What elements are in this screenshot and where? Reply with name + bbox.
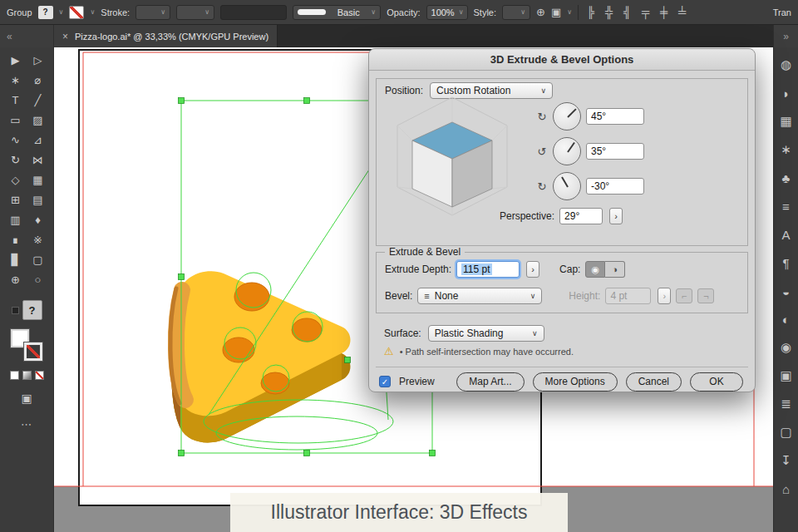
chevron-down-icon: ∨ [204, 8, 209, 16]
left-dock-collapse[interactable]: « [0, 25, 54, 47]
globe-icon[interactable]: ⊕ [536, 6, 545, 18]
opacity-label[interactable]: Opacity: [387, 7, 420, 17]
document-setup-icon[interactable]: ▣ [551, 6, 561, 18]
lasso-tool[interactable]: ⌀ [27, 70, 49, 90]
color-guide-panel-icon[interactable]: ◗ [774, 79, 798, 107]
draw-modes-icon[interactable]: ▣ [21, 392, 32, 405]
libraries-panel-icon[interactable]: ⌂ [774, 475, 798, 503]
z-rotation-field[interactable]: -30° [586, 178, 644, 195]
transparency-pan el-icon[interactable]: ◐ [774, 305, 798, 333]
character-panel-icon[interactable]: A [774, 220, 798, 249]
ok-button[interactable]: OK [690, 372, 743, 392]
chevron-down-icon[interactable]: ∨ [59, 8, 64, 16]
shaper-tool[interactable]: ⊿ [27, 130, 49, 150]
align-right-icon[interactable]: ╣ [621, 6, 633, 18]
help-tool-tile[interactable]: ? [22, 300, 42, 320]
magic-wand-tool[interactable]: ∗ [4, 70, 27, 90]
layers-panel-icon[interactable]: ≣ [774, 390, 798, 418]
preview-checkbox[interactable]: ✓ [379, 376, 391, 387]
stroke-weight-dropdown[interactable]: ∨ [135, 5, 170, 20]
paragraph-panel-icon[interactable]: ¶ [774, 249, 798, 277]
gradient-panel-icon[interactable]: ◒ [774, 277, 798, 305]
bevel-label: Bevel: [385, 290, 412, 302]
align-bottom-icon[interactable]: ╧ [676, 6, 688, 18]
color-panel-icon[interactable]: ◍ [774, 51, 798, 79]
align-top-icon[interactable]: ╤ [639, 6, 652, 18]
align-v-center-icon[interactable]: ╪ [658, 6, 670, 18]
rectangle-tool[interactable]: ▭ [4, 110, 27, 130]
preview-label: Preview [399, 376, 435, 387]
artboard-tool[interactable]: ▢ [27, 249, 49, 269]
right-dock-collapse[interactable]: » [773, 25, 798, 47]
document-tab[interactable]: × Pizza-logo.ai* @ 33,33% (CMYK/GPU Prev… [54, 25, 278, 47]
map-art-button[interactable]: Map Art... [456, 372, 524, 392]
perspective-grid-tool[interactable]: ⊞ [4, 190, 27, 209]
x-rotation-field[interactable]: 45° [586, 108, 644, 125]
chevron-down-icon[interactable]: ∨ [567, 8, 572, 16]
align-h-center-icon[interactable]: ╬ [603, 6, 615, 18]
stroke-none-swatch[interactable] [24, 342, 42, 361]
cancel-button[interactable]: Cancel [626, 372, 682, 392]
perspective-stepper[interactable]: › [609, 208, 623, 224]
brushes-panel-icon[interactable]: ∗ [774, 135, 798, 164]
chevron-down-icon: ∨ [540, 86, 546, 95]
stroke-label[interactable]: Stroke: [101, 7, 130, 17]
fill-color-proxy[interactable]: ? [38, 6, 53, 19]
asset-export-panel-icon[interactable]: ↧ [774, 446, 798, 475]
zoom-tool[interactable]: ○ [27, 269, 49, 289]
chevron-down-icon[interactable]: ∨ [90, 8, 95, 16]
close-icon[interactable]: × [62, 31, 68, 42]
stroke-panel-icon[interactable]: ≡ [774, 192, 798, 220]
eyedropper-tool[interactable]: ♦ [27, 209, 49, 229]
x-rotation-dial[interactable] [553, 102, 581, 131]
transform-panel-label[interactable]: Tran [773, 7, 791, 17]
surface-dropdown[interactable]: Plastic Shading ∨ [428, 325, 544, 342]
perspective-field[interactable]: 29° [559, 208, 603, 224]
control-bar: Group ? ∨ ∨ Stroke: ∨ ∨ Basic ∨ Opacity:… [0, 0, 798, 25]
none-swatch-icon[interactable] [35, 371, 44, 380]
height-label: Height: [569, 290, 600, 302]
appearance-panel-icon[interactable]: ◉ [774, 333, 798, 362]
symbol-sprayer-tool[interactable]: ※ [27, 229, 49, 249]
gradient-tool[interactable]: ▥ [4, 209, 27, 229]
stroke-profile-dropdown[interactable]: ∨ [176, 5, 214, 20]
extrude-depth-stepper[interactable]: › [526, 261, 539, 278]
y-rotation-field[interactable]: 35° [586, 143, 644, 160]
free-transform-tool[interactable]: ▦ [27, 170, 49, 190]
mesh-tool[interactable]: ▤ [27, 190, 49, 209]
cap-on-button[interactable]: ◉ [585, 261, 605, 278]
line-segment-tool[interactable]: ╱ [27, 90, 49, 110]
graphic-styles-panel-icon[interactable]: ▣ [774, 362, 798, 390]
stroke-color-proxy[interactable] [69, 6, 84, 19]
color-swatch-icon[interactable] [10, 371, 19, 380]
style-dropdown[interactable]: ∨ [502, 5, 530, 20]
opacity-dropdown[interactable]: 100% ∨ [426, 5, 468, 20]
blend-tool[interactable]: ∎ [4, 229, 27, 249]
scale-tool[interactable]: ⋈ [27, 150, 49, 170]
style-label: Style: [474, 7, 497, 17]
rotate-tool[interactable]: ↻ [4, 150, 27, 170]
variable-width-field[interactable] [220, 5, 287, 20]
more-options-button[interactable]: More Options [533, 372, 618, 392]
swatches-panel-icon[interactable]: ▦ [774, 107, 798, 135]
column-graph-tool[interactable]: ▊ [4, 249, 27, 269]
edit-toolbar-icon[interactable]: ⋯ [21, 418, 32, 431]
artboards-panel-icon[interactable]: ▢ [774, 418, 798, 446]
pencil-tool[interactable]: ∿ [4, 130, 27, 150]
bevel-value: None [435, 290, 459, 302]
cap-off-button[interactable]: ◑ [605, 261, 625, 278]
brush-dropdown[interactable]: Basic ∨ [293, 5, 381, 20]
z-rotation-dial[interactable] [553, 172, 581, 200]
symbols-panel-icon[interactable]: ♣ [774, 164, 798, 192]
width-tool[interactable]: ◇ [4, 170, 27, 190]
bevel-dropdown[interactable]: ≡ None ∨ [417, 288, 542, 304]
hand-tool[interactable]: ⊕ [4, 269, 27, 289]
type-tool[interactable]: T [4, 90, 27, 110]
align-left-icon[interactable]: ╠ [584, 6, 597, 18]
y-rotation-dial[interactable] [553, 137, 581, 165]
direct-selection-tool[interactable]: ▷ [27, 50, 49, 70]
gradient-swatch-icon[interactable] [22, 371, 32, 380]
extrude-depth-field[interactable]: 115 pt [456, 261, 520, 278]
selection-tool[interactable]: ▶ [4, 50, 27, 70]
paintbrush-tool[interactable]: ▨ [27, 110, 49, 130]
